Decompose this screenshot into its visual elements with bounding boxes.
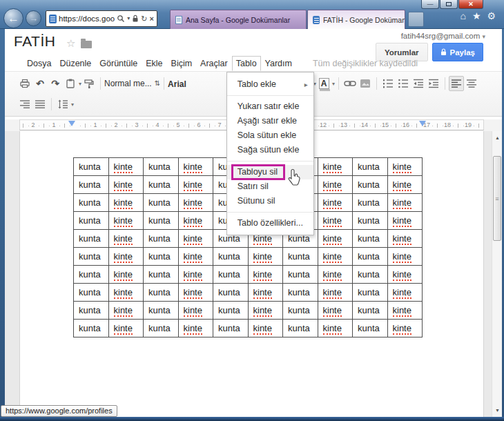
table-cell[interactable]: kinte (178, 266, 213, 284)
table-cell[interactable]: kinte (318, 230, 353, 248)
settings-gear-icon[interactable]: ⚙ (487, 10, 496, 21)
table-cell[interactable]: kinte (318, 284, 353, 302)
table-cell[interactable]: kinte (108, 212, 144, 230)
table-cell[interactable]: kinte (318, 320, 353, 337)
address-bar[interactable]: https://docs.goo... ▾ ↻ × (46, 10, 157, 27)
back-button[interactable]: ← (3, 8, 23, 28)
table-cell[interactable]: kunta (353, 194, 388, 212)
table-cell[interactable]: kinte (318, 212, 353, 230)
favorites-icon[interactable]: ★ (472, 10, 481, 21)
table-cell[interactable]: kunta (74, 212, 109, 230)
stop-icon[interactable]: × (150, 15, 154, 23)
redo-button[interactable]: ↷ (48, 76, 63, 91)
menu-item-tabloyu-sil[interactable]: Tabloyu sil (227, 165, 313, 179)
table-cell[interactable]: kunta (144, 158, 179, 176)
menubar-item-tablo[interactable]: TabloTablo ekle▸Yukarı satır ekleAşağı s… (232, 56, 261, 71)
table-cell[interactable]: kunta (144, 248, 179, 266)
table-cell[interactable]: kunta (144, 266, 179, 284)
table-cell[interactable]: kunta (213, 266, 249, 284)
justify-button[interactable] (32, 97, 48, 112)
refresh-icon[interactable]: ↻ (141, 15, 147, 23)
table-cell[interactable]: kinte (248, 320, 283, 337)
menubar-item-araçlar[interactable]: Araçlar (196, 56, 232, 71)
table-cell[interactable]: kinte (108, 302, 144, 320)
left-indent-marker[interactable] (68, 121, 75, 126)
table-cell[interactable]: kinte (387, 248, 423, 266)
table-cell[interactable]: kinte (387, 212, 423, 230)
paste-button[interactable] (63, 76, 78, 91)
table-cell[interactable]: kinte (387, 158, 423, 176)
menubar-item-görüntüle[interactable]: Görüntüle (95, 56, 142, 71)
url-text[interactable]: https://docs.goo... (59, 14, 115, 23)
table-cell[interactable]: kinte (178, 230, 213, 248)
table-cell[interactable]: kunta (283, 266, 318, 284)
numbered-list-button[interactable] (380, 76, 396, 91)
table-cell[interactable]: kinte (387, 230, 423, 248)
table-cell[interactable]: kunta (213, 248, 249, 266)
table-cell[interactable]: kinte (318, 158, 353, 176)
table-cell[interactable]: kunta (353, 248, 388, 266)
table-cell[interactable]: kunta (144, 230, 179, 248)
table-cell[interactable]: kunta (353, 158, 388, 176)
table-cell[interactable]: kinte (178, 248, 213, 266)
table-cell[interactable]: kunta (74, 248, 109, 266)
align-right-button[interactable] (17, 97, 32, 112)
menu-item-sola-sütun-ekle[interactable]: Sola sütun ekle (227, 128, 313, 143)
table-cell[interactable]: kinte (178, 158, 213, 176)
table-cell[interactable]: kunta (144, 194, 179, 212)
paint-format-button[interactable] (81, 76, 97, 91)
font-dropdown[interactable]: Arial (168, 77, 186, 90)
table-cell[interactable]: kinte (178, 302, 213, 320)
home-icon[interactable]: ⌂ (460, 10, 465, 21)
table-cell[interactable]: kinte (318, 266, 353, 284)
table-cell[interactable]: kinte (387, 176, 423, 194)
table-cell[interactable]: kinte (318, 176, 353, 194)
table-cell[interactable]: kunta (74, 176, 109, 194)
table-cell[interactable]: kinte (387, 284, 423, 302)
table-cell[interactable]: kunta (283, 284, 318, 302)
vertical-scrollbar[interactable]: ▲ ≡ ▼ (492, 131, 502, 417)
table-cell[interactable]: kinte (248, 248, 283, 266)
table-cell[interactable]: kunta (283, 302, 318, 320)
tab-ana-sayfa[interactable]: Ana Sayfa - Google Dokümanlar (170, 10, 307, 29)
table-cell[interactable]: kinte (108, 266, 144, 284)
menu-item-tablo-ekle[interactable]: Tablo ekle▸ (227, 77, 313, 92)
table-cell[interactable]: kunta (353, 176, 388, 194)
table-cell[interactable]: kinte (178, 320, 213, 337)
table-cell[interactable]: kunta (283, 320, 318, 337)
table-cell[interactable]: kinte (318, 248, 353, 266)
table-cell[interactable]: kunta (353, 266, 388, 284)
table-cell[interactable]: kunta (353, 284, 388, 302)
table-cell[interactable]: kunta (353, 320, 388, 337)
increase-indent-button[interactable] (426, 76, 441, 91)
table-cell[interactable]: kunta (144, 320, 179, 337)
highlight-dropdown-icon[interactable]: ▾ (332, 81, 335, 87)
bulleted-list-button[interactable] (396, 76, 411, 91)
table-cell[interactable]: kinte (248, 266, 283, 284)
table-cell[interactable]: kinte (108, 248, 144, 266)
align-left-button[interactable] (449, 76, 464, 91)
table-cell[interactable]: kunta (144, 284, 179, 302)
table-cell[interactable]: kinte (387, 194, 423, 212)
table-cell[interactable]: kinte (108, 284, 144, 302)
scrollbar-thumb[interactable]: ≡ (493, 156, 501, 241)
menubar-item-yardım[interactable]: Yardım (261, 56, 296, 71)
table-cell[interactable]: kinte (318, 302, 353, 320)
table-cell[interactable]: kinte (108, 320, 144, 337)
table-cell[interactable]: kinte (108, 194, 144, 212)
insert-link-button[interactable] (342, 76, 358, 91)
print-button[interactable] (17, 76, 32, 91)
table-cell[interactable]: kunta (74, 158, 109, 176)
menu-item-aşağı-satır-ekle[interactable]: Aşağı satır ekle (227, 114, 313, 128)
forward-button[interactable]: → (26, 10, 41, 26)
table-cell[interactable]: kinte (178, 284, 213, 302)
styles-dropdown[interactable]: Normal me... ⇅ (104, 79, 160, 88)
search-icon[interactable] (117, 14, 125, 23)
share-button[interactable]: Paylaş (432, 43, 483, 61)
menu-item-sütunu-sil[interactable]: Sütunu sil (227, 194, 313, 208)
table-cell[interactable]: kunta (144, 302, 179, 320)
line-spacing-dropdown-icon[interactable]: ▾ (71, 101, 74, 108)
folder-icon[interactable] (81, 41, 92, 48)
menubar-item-düzenle[interactable]: Düzenle (55, 56, 95, 71)
menu-item-yukarı-satır-ekle[interactable]: Yukarı satır ekle (227, 99, 313, 114)
